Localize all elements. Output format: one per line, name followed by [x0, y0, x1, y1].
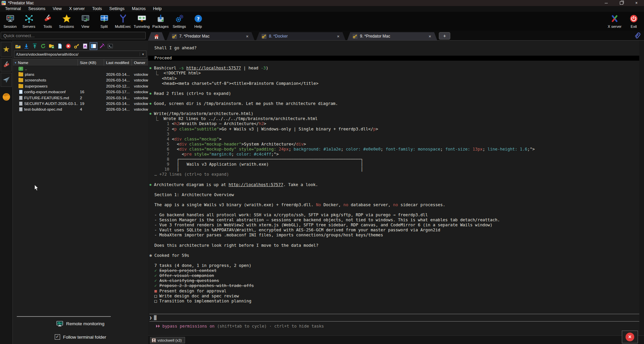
- tab-label: 9. *Predator Mac: [360, 34, 390, 39]
- toolbar-exit-button[interactable]: Exit: [624, 13, 643, 28]
- column-header-owner[interactable]: Owner: [132, 59, 148, 66]
- terminal-line: [149, 177, 644, 182]
- follow-terminal-folder-toggle[interactable]: ✓ Follow terminal folder: [13, 334, 148, 340]
- tab-close-icon[interactable]: ×: [237, 34, 248, 39]
- file-owner: vstockw: [132, 107, 148, 112]
- terminal-line: [149, 51, 644, 56]
- delete-button[interactable]: [64, 42, 72, 50]
- file-row[interactable]: ↑..: [13, 66, 148, 71]
- toolbar-sessions-button[interactable]: Sessions: [57, 13, 76, 28]
- menu-terminal[interactable]: Terminal: [1, 6, 25, 12]
- file-row[interactable]: config-export.mobaconf162026-03-17...vst…: [13, 89, 148, 95]
- menu-sessions[interactable]: Sessions: [25, 6, 49, 12]
- split-window-icon: [100, 13, 109, 24]
- x-server-icon: [610, 13, 619, 24]
- encoding-button[interactable]: A: [81, 42, 89, 50]
- close-button[interactable]: ×: [629, 0, 644, 6]
- title-bar: *Predator Mac ×: [0, 0, 644, 6]
- path-dropdown-icon[interactable]: ▾: [140, 52, 146, 56]
- remote-monitoring-button[interactable]: Remote monitoring: [13, 321, 148, 327]
- magic-wand-button[interactable]: [98, 42, 106, 50]
- file-size: 2: [78, 96, 104, 100]
- terminal-line: ✓ Offer visual companion: [149, 273, 644, 278]
- packages-box-icon: [156, 13, 165, 24]
- quick-connect-input[interactable]: [1, 32, 146, 39]
- toolbar-x-server-button[interactable]: X server: [605, 13, 624, 28]
- file-row[interactable]: FUTURE-FEATURES.md22026-03-14...vstockw: [13, 95, 148, 101]
- tab-close-icon[interactable]: ×: [420, 34, 431, 39]
- toolbar-tools-button[interactable]: Tools: [38, 13, 57, 28]
- menu-macros[interactable]: Macros: [128, 6, 149, 12]
- menu-x-server[interactable]: X server: [65, 6, 89, 12]
- new-folder-button[interactable]: [48, 42, 55, 50]
- sort-icon: ▾: [15, 61, 16, 64]
- download-button[interactable]: [22, 42, 30, 50]
- terminal-pane[interactable]: Shall I go ahead? Proceed ⏺ Bash(curl -s…: [148, 41, 644, 335]
- toolbar-multiexec-button[interactable]: MultiExec: [113, 13, 132, 28]
- attachments-paperclip-icon[interactable]: [634, 31, 641, 40]
- new-file-button[interactable]: [56, 42, 64, 50]
- tab-8-docker[interactable]: 8. *Docker ×: [256, 32, 346, 40]
- ssh-key-icon: [262, 34, 267, 39]
- new-tab-button[interactable]: +: [439, 32, 450, 40]
- terminal-button[interactable]: [106, 42, 114, 50]
- rail-sessions-tab[interactable]: ★: [1, 42, 12, 57]
- terminal-line: Shall I go ahead?: [149, 46, 644, 51]
- terminal-line: 2 <p class="subtitle">Go + Wails v3 | Wi…: [149, 127, 644, 132]
- toolbar-tunneling-button[interactable]: Tunneling: [132, 13, 151, 28]
- key-button[interactable]: [73, 42, 81, 50]
- toolbar-packages-button[interactable]: Packages: [151, 13, 170, 28]
- terminal-line: [149, 248, 644, 253]
- tab-label: 8. *Docker: [269, 34, 288, 39]
- upload-button[interactable]: [31, 42, 39, 50]
- tab-row: 7. *Predator Mac × 8. *Docker × 9. *Pred…: [0, 31, 644, 41]
- toolbar-settings-button[interactable]: Settings: [170, 13, 189, 28]
- session-tab-vstockwell[interactable]: vstockwell (x3): [150, 337, 185, 343]
- terminal-line: - Go backend handles all protocol work: …: [149, 213, 644, 218]
- tab-home[interactable]: [148, 32, 165, 40]
- terminal-scrollbar[interactable]: [639, 41, 644, 335]
- column-header-name[interactable]: ▾ Name: [13, 59, 78, 66]
- terminal-line: The app is a single Wails v3 binary (wra…: [149, 203, 644, 208]
- file-modified: 2026-03-14...: [104, 72, 132, 77]
- column-header-size[interactable]: Size (KB): [78, 59, 104, 66]
- toolbar-servers-button[interactable]: Servers: [19, 13, 38, 28]
- permissions-status-line: ⏵⏵ bypass permissions on (shift+tab to c…: [151, 324, 324, 329]
- file-owner: vstockw: [132, 72, 148, 77]
- tab-9-predator-mac[interactable]: 9. *Predator Mac ×: [347, 32, 437, 40]
- go-up-folder-button[interactable]: [14, 42, 22, 50]
- close-terminal-button[interactable]: ×: [622, 331, 638, 343]
- terminal-input-box[interactable]: ❯ █: [149, 314, 641, 322]
- column-header-modified[interactable]: Last modified: [104, 59, 132, 66]
- file-row[interactable]: superpowers2026-03-12...vstockw: [13, 83, 148, 89]
- refresh-button[interactable]: [39, 42, 47, 50]
- minimize-button[interactable]: [599, 0, 614, 6]
- file-row[interactable]: test-buildout-spec.md42026-03-14...vstoc…: [13, 107, 148, 112]
- toolbar-split-button[interactable]: Split: [95, 13, 113, 28]
- panel-view-toggle-button[interactable]: [90, 42, 97, 50]
- rail-tools-tab[interactable]: [1, 58, 12, 71]
- rail-network-tab[interactable]: [1, 90, 12, 104]
- file-row[interactable]: screenshots2026-03-14...vstockw: [13, 77, 148, 83]
- folder-icon: [18, 84, 23, 88]
- tab-close-icon[interactable]: ×: [328, 34, 339, 39]
- menu-settings[interactable]: Settings: [106, 6, 128, 12]
- toolbar-view-button[interactable]: View: [76, 13, 95, 28]
- restore-button[interactable]: [614, 0, 629, 6]
- svg-text:?: ?: [197, 16, 199, 21]
- toolbar-multiexec-label-0: Split: [100, 24, 107, 28]
- menu-help[interactable]: Help: [149, 6, 166, 12]
- toolbar-help-button[interactable]: ? Help: [189, 13, 208, 28]
- file-row[interactable]: plans2026-03-14...vstockw: [13, 71, 148, 77]
- file-row[interactable]: SECURITY-AUDIT-2026-03-1...192026-03-14.…: [13, 101, 148, 106]
- restore-icon: [620, 1, 623, 5]
- current-path[interactable]: /Users/vstockwell/repos/wraith/docs/: [14, 52, 140, 56]
- menu-tools[interactable]: Tools: [88, 6, 105, 12]
- rail-macros-tab[interactable]: [1, 73, 12, 87]
- menu-view[interactable]: View: [49, 6, 65, 12]
- toolbar-multiexec-label: MultiExec: [115, 24, 131, 28]
- checkbox-checked-icon[interactable]: ✓: [55, 334, 60, 340]
- tab-7-predator-mac[interactable]: 7. *Predator Mac ×: [167, 32, 255, 40]
- toolbar-packages-label: Packages: [152, 24, 169, 28]
- toolbar-session-button[interactable]: Session: [1, 13, 19, 28]
